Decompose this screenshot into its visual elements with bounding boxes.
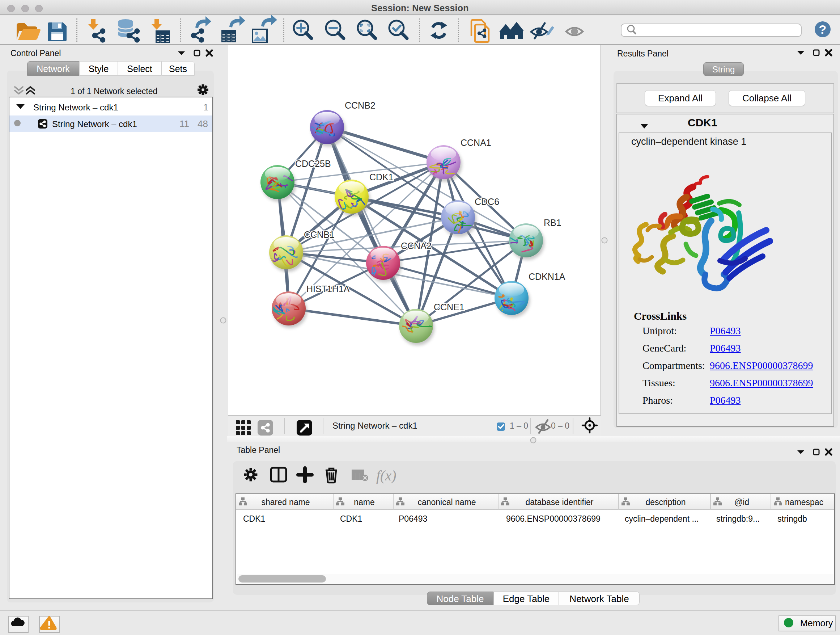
svg-text:CDC25B: CDC25B: [295, 158, 331, 169]
svg-text:CDK1: CDK1: [369, 172, 393, 182]
svg-text:CCNB2: CCNB2: [345, 100, 376, 111]
svg-text:CCNA2: CCNA2: [401, 241, 431, 251]
svg-text:CDC6: CDC6: [475, 196, 499, 207]
svg-text:CCNB1: CCNB1: [304, 230, 335, 240]
svg-text:CCNE1: CCNE1: [434, 302, 464, 312]
svg-text:CCNA1: CCNA1: [461, 138, 491, 148]
svg-text:CDKN1A: CDKN1A: [529, 272, 565, 282]
svg-text:RB1: RB1: [544, 218, 561, 228]
svg-text:HIST1H1A: HIST1H1A: [306, 284, 350, 294]
